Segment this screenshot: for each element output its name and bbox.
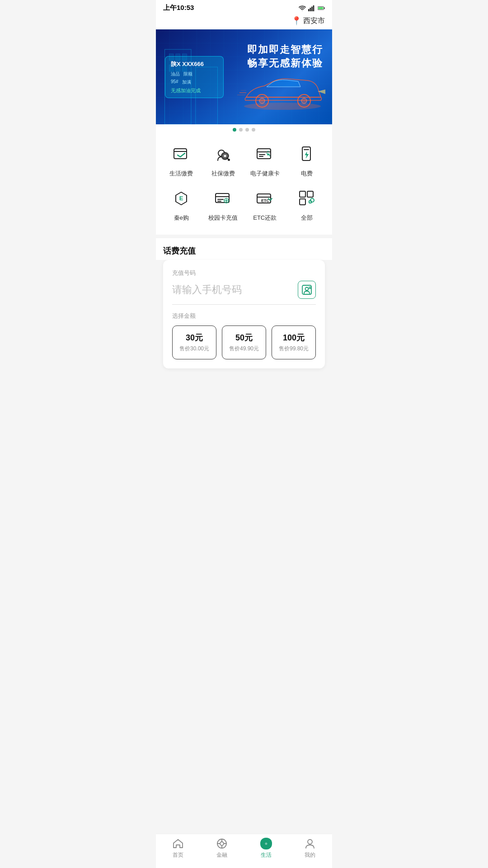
amount-100-price: 售价99.80元 (276, 345, 312, 353)
amount-btn-30[interactable]: 30元 售价30.00元 (172, 326, 216, 359)
status-time: 上午10:53 (163, 4, 194, 12)
svg-point-21 (301, 98, 307, 104)
amount-30-value: 30元 (176, 332, 212, 343)
status-bar: 上午10:53 (156, 0, 332, 14)
banner-limit: 限额 (183, 71, 192, 77)
signal-icon (308, 5, 315, 12)
electricity-label: 电费 (301, 170, 313, 178)
dot-1 (233, 128, 236, 132)
location-bar[interactable]: 📍 西安市 (156, 14, 332, 29)
amount-btn-100[interactable]: 100元 售价99.80元 (272, 326, 316, 359)
etc-icon: ETC (253, 187, 277, 210)
amount-100-value: 100元 (276, 332, 312, 343)
quick-item-electricity[interactable]: 电费 (289, 142, 325, 178)
phone-input-placeholder[interactable]: 请输入手机号码 (172, 283, 298, 297)
quick-item-all[interactable]: 全部 (289, 187, 325, 222)
dot-4 (252, 128, 255, 132)
banner-line2: 畅享无感新体验 (247, 57, 323, 70)
banner-dots (156, 124, 332, 135)
health-card-label: 电子健康卡 (250, 170, 280, 178)
contact-icon (301, 284, 313, 296)
amount-label: 选择金额 (172, 312, 316, 320)
banner-oil: 油品 (171, 71, 180, 77)
svg-rect-7 (318, 7, 323, 9)
qin-shop-icon: E (169, 187, 193, 210)
phone-input-row: 请输入手机号码 (172, 281, 316, 305)
svg-text:ETC: ETC (261, 198, 270, 203)
banner-info-box: 陕X XXX666 油品 限额 95# 加满 无感加油完成 (165, 56, 224, 98)
svg-rect-6 (324, 7, 325, 9)
quick-row-2: E 秦e购 校园卡充值 (160, 187, 328, 222)
svg-rect-2 (310, 8, 311, 11)
contact-picker-button[interactable] (298, 281, 316, 299)
amount-50-price: 售价49.90元 (226, 345, 262, 353)
banner: 陕X XXX666 油品 限额 95# 加满 无感加油完成 即加即走智慧行 畅享… (156, 29, 332, 124)
quick-item-health-card[interactable]: 电子健康卡 (247, 142, 283, 178)
all-label: 全部 (301, 214, 313, 222)
health-card-icon (253, 142, 277, 166)
amount-30-price: 售价30.00元 (176, 345, 212, 353)
battery-icon (318, 5, 325, 12)
svg-point-19 (259, 98, 265, 104)
social-insurance-icon (211, 142, 235, 166)
svg-point-57 (305, 288, 309, 291)
location-icon: 📍 (291, 16, 301, 26)
quick-menu: 生活缴费 社保缴费 (156, 135, 332, 235)
qin-shop-label: 秦e购 (174, 214, 189, 222)
banner-full: 加满 (182, 79, 191, 85)
svg-rect-1 (308, 9, 310, 11)
svg-point-32 (228, 159, 230, 160)
svg-rect-52 (307, 191, 313, 197)
electricity-icon (295, 142, 319, 166)
svg-marker-37 (267, 151, 269, 152)
banner-slogan: 即加即走智慧行 畅享无感新体验 (247, 43, 323, 70)
recharge-input-label: 充值号码 (172, 269, 316, 277)
campus-card-icon (211, 187, 235, 210)
amount-50-value: 50元 (226, 332, 262, 343)
svg-rect-56 (302, 285, 311, 294)
banner-status-text: 无感加油完成 (171, 87, 218, 94)
banner-plate: 陕X XXX666 (171, 60, 218, 68)
banner-grade: 95# (171, 79, 178, 85)
campus-card-label: 校园卡充值 (208, 214, 238, 222)
quick-item-etc[interactable]: ETC ETC还款 (247, 187, 283, 222)
banner-line1: 即加即走智慧行 (247, 43, 323, 57)
banner-car-illustration (237, 66, 328, 115)
dot-2 (239, 128, 243, 132)
social-insurance-label: 社保缴费 (211, 170, 235, 178)
city-name: 西安市 (303, 16, 325, 26)
etc-label: ETC还款 (253, 214, 277, 222)
svg-rect-4 (313, 5, 314, 11)
life-bill-icon (169, 142, 193, 166)
amount-options: 30元 售价30.00元 50元 售价49.90元 100元 售价99.80元 (172, 326, 316, 359)
svg-rect-51 (300, 191, 305, 197)
svg-point-55 (310, 198, 314, 202)
recharge-section-title: 话费充值 (156, 238, 332, 260)
recharge-card: 充值号码 请输入手机号码 选择金额 30元 售价30.00元 50元 (163, 260, 325, 368)
status-icons (299, 5, 325, 12)
svg-text:E: E (179, 195, 183, 202)
amount-btn-50[interactable]: 50元 售价49.90元 (222, 326, 266, 359)
quick-item-qin-shop[interactable]: E 秦e购 (163, 187, 199, 222)
life-bill-label: 生活缴费 (169, 170, 193, 178)
quick-item-life-bill[interactable]: 生活缴费 (163, 142, 199, 178)
dot-3 (245, 128, 249, 132)
svg-rect-3 (311, 6, 313, 11)
wifi-icon (299, 5, 306, 12)
svg-point-0 (302, 10, 302, 10)
svg-rect-53 (300, 199, 305, 205)
quick-row-1: 生活缴费 社保缴费 (160, 142, 328, 178)
quick-item-campus-card[interactable]: 校园卡充值 (205, 187, 241, 222)
all-icon (295, 187, 319, 210)
quick-item-social-insurance[interactable]: 社保缴费 (205, 142, 241, 178)
